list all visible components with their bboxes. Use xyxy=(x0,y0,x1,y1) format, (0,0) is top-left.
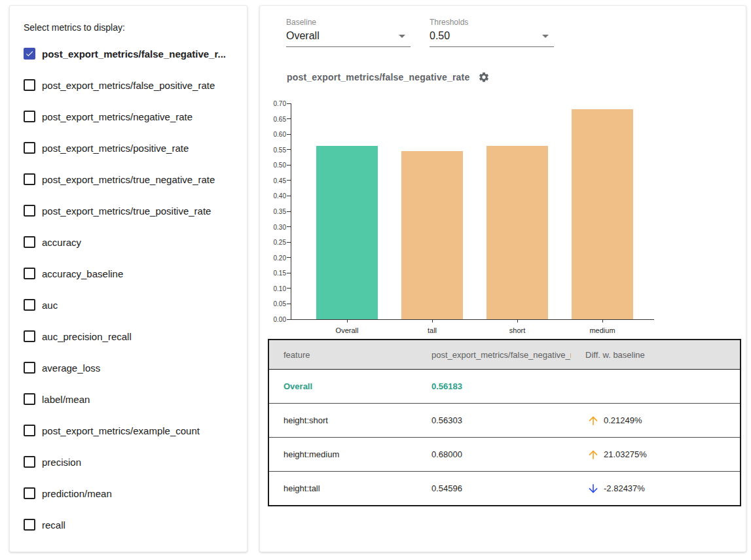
metrics-table: featurepost_export_metrics/false_negativ… xyxy=(268,339,741,506)
metric-label: post_export_metrics/positive_rate xyxy=(42,143,189,154)
metric-label: average_loss xyxy=(42,362,100,374)
checkbox-unchecked-icon[interactable] xyxy=(24,142,35,154)
y-axis-tick-label: 0.55 xyxy=(260,147,286,154)
arrow-down-icon xyxy=(587,482,600,495)
feature-cell: height:short xyxy=(268,404,417,438)
metric-checkbox-item[interactable]: post_export_metrics/negative_rate xyxy=(10,101,247,132)
metric-checkbox-item[interactable]: auc xyxy=(10,289,247,321)
metric-select-panel: Select metrics to display: post_export_m… xyxy=(9,5,247,552)
x-axis-tick xyxy=(432,319,433,323)
metric-label: post_export_metrics/example_count xyxy=(42,425,200,436)
plot-area: 0.000.050.100.150.200.250.300.350.400.45… xyxy=(291,103,654,320)
checkbox-unchecked-icon[interactable] xyxy=(24,519,35,531)
metric-label: label/mean xyxy=(42,394,90,405)
y-axis-tick xyxy=(287,118,291,119)
x-axis-tick xyxy=(517,319,518,323)
diff-value: 21.03275% xyxy=(604,449,647,459)
checkbox-unchecked-icon[interactable] xyxy=(24,173,35,185)
y-axis-tick-label: 0.25 xyxy=(260,239,286,246)
y-axis-tick-label: 0.30 xyxy=(260,224,286,231)
diff-cell: -2.82437% xyxy=(571,472,741,506)
metric-checkbox-item[interactable]: average_loss xyxy=(10,352,247,383)
metric-checkbox-item[interactable]: accuracy_baseline xyxy=(10,258,247,289)
y-axis-tick xyxy=(287,319,291,320)
metrics-panel: Baseline Overall Thresholds 0.50 post_ex… xyxy=(259,5,746,552)
y-axis-tick xyxy=(287,288,291,289)
metric-label: recall xyxy=(42,519,65,531)
metric-checkbox-item[interactable]: post_export_metrics/example_count xyxy=(10,415,247,446)
checkbox-checked-icon[interactable] xyxy=(24,48,35,60)
checkbox-unchecked-icon[interactable] xyxy=(24,268,35,279)
y-axis-tick-label: 0.60 xyxy=(260,131,286,138)
table-header-cell: Diff. w. baseline xyxy=(571,340,741,370)
y-axis-tick-label: 0.45 xyxy=(260,177,286,184)
bar-short[interactable] xyxy=(486,146,548,319)
metric-checkbox-item[interactable]: label/mean xyxy=(10,383,247,415)
dropdown-arrow-icon[interactable] xyxy=(399,35,405,38)
checkbox-unchecked-icon[interactable] xyxy=(24,236,35,248)
metric-checkbox-item[interactable]: prediction/mean xyxy=(10,478,247,509)
gear-icon[interactable] xyxy=(478,71,490,83)
table-header-row: featurepost_export_metrics/false_negativ… xyxy=(268,340,741,370)
y-axis-tick xyxy=(287,165,291,166)
checkbox-unchecked-icon[interactable] xyxy=(24,111,35,122)
bar-chart: 0.000.050.100.150.200.250.300.350.400.45… xyxy=(260,6,747,353)
metric-label: post_export_metrics/false_negative_r... xyxy=(42,48,226,60)
metric-checkbox-item[interactable]: post_export_metrics/true_negative_rate xyxy=(10,164,247,195)
checkbox-unchecked-icon[interactable] xyxy=(24,79,35,91)
thresholds-select-value: 0.50 xyxy=(430,30,450,42)
checkbox-unchecked-icon[interactable] xyxy=(24,393,35,405)
thresholds-select-label: Thresholds xyxy=(430,18,554,27)
table-header-cell: feature xyxy=(268,340,417,370)
y-axis-tick-label: 0.00 xyxy=(260,316,286,323)
metric-checkbox-item[interactable]: auc_precision_recall xyxy=(10,321,247,352)
y-axis-tick xyxy=(287,226,291,227)
thresholds-select[interactable]: Thresholds 0.50 xyxy=(430,18,554,47)
metric-checkbox-item[interactable]: post_export_metrics/true_positive_rate xyxy=(10,195,247,226)
diff-with-baseline: 21.03275% xyxy=(585,448,735,461)
metric-checkbox-item[interactable]: post_export_metrics/false_negative_r... xyxy=(10,38,247,69)
y-axis-tick-label: 0.40 xyxy=(260,192,286,200)
y-axis-tick xyxy=(287,242,291,243)
checkbox-unchecked-icon[interactable] xyxy=(24,456,35,468)
diff-cell: 21.03275% xyxy=(571,438,741,472)
value-cell: 0.54596 xyxy=(417,472,571,506)
x-axis-label: tall xyxy=(399,326,465,334)
checkbox-unchecked-icon[interactable] xyxy=(24,330,35,342)
checkbox-unchecked-icon[interactable] xyxy=(24,205,35,217)
metric-label: accuracy_baseline xyxy=(42,268,123,279)
metric-checkbox-item[interactable]: recall xyxy=(10,509,247,540)
value-cell: 0.68000 xyxy=(417,438,571,472)
table-row: height:medium0.6800021.03275% xyxy=(268,438,741,472)
dropdown-arrow-icon[interactable] xyxy=(542,35,549,38)
y-axis-tick xyxy=(287,196,291,196)
diff-value: -2.82437% xyxy=(604,483,645,493)
bar-medium[interactable] xyxy=(572,109,633,319)
metric-checkbox-item[interactable]: post_export_metrics/false_positive_rate xyxy=(10,69,247,101)
metric-label: accuracy xyxy=(42,237,81,248)
bar-Overall[interactable] xyxy=(316,146,378,319)
checkbox-unchecked-icon[interactable] xyxy=(24,425,35,436)
y-axis-tick xyxy=(287,180,291,181)
y-axis-tick-label: 0.05 xyxy=(260,300,286,307)
checkbox-unchecked-icon[interactable] xyxy=(24,487,35,499)
y-axis-tick xyxy=(287,304,291,304)
metric-label: auc_precision_recall xyxy=(42,331,132,342)
y-axis-tick xyxy=(287,103,291,104)
metric-label: post_export_metrics/negative_rate xyxy=(42,111,192,122)
table-row: height:short0.563030.21249% xyxy=(268,404,741,438)
metric-checkbox-item[interactable]: accuracy xyxy=(10,226,247,258)
y-axis-tick-label: 0.35 xyxy=(260,208,286,215)
metric-checkbox-item[interactable]: post_export_metrics/positive_rate xyxy=(10,132,247,164)
checkbox-unchecked-icon[interactable] xyxy=(24,362,35,374)
bar-tall[interactable] xyxy=(401,151,463,319)
y-axis-tick-label: 0.65 xyxy=(260,116,286,123)
baseline-select[interactable]: Baseline Overall xyxy=(286,18,411,47)
metric-label: post_export_metrics/true_positive_rate xyxy=(42,205,211,217)
metric-checkbox-item[interactable]: precision xyxy=(10,446,247,478)
arrow-up-icon xyxy=(587,414,600,427)
x-axis-label: medium xyxy=(570,326,635,334)
y-axis-tick-label: 0.50 xyxy=(260,162,286,169)
checkbox-unchecked-icon[interactable] xyxy=(24,299,35,311)
diff-cell: 0.21249% xyxy=(571,404,741,438)
